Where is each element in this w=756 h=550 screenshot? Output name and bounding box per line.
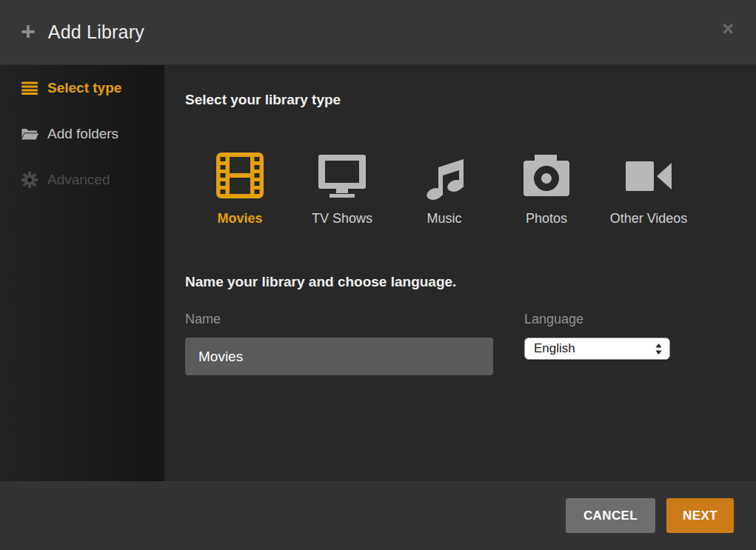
dialog-footer: CANCEL NEXT	[0, 481, 756, 550]
next-button[interactable]: NEXT	[666, 498, 734, 533]
dialog-header: + Add Library ×	[0, 0, 756, 65]
sidebar-item-label: Select type	[47, 80, 121, 96]
name-field-group: Name	[185, 310, 493, 375]
sidebar-item-select-type[interactable]: Select type	[0, 65, 164, 111]
library-type-other-videos[interactable]: Other Videos	[612, 150, 686, 227]
name-label: Name	[185, 310, 493, 328]
select-arrows-icon	[655, 343, 663, 355]
name-section-heading: Name your library and choose language.	[185, 272, 756, 291]
name-language-form: Name Language English	[185, 310, 756, 375]
language-field-group: Language English	[524, 310, 670, 375]
camera-icon	[523, 150, 570, 201]
sidebar-item-add-folders[interactable]: Add folders	[0, 111, 164, 157]
steps-sidebar: Select type Add folders	[0, 65, 164, 481]
library-name-input[interactable]	[185, 338, 493, 375]
add-library-dialog: + Add Library × Select type	[0, 0, 756, 550]
sidebar-item-label: Add folders	[47, 126, 118, 142]
language-select[interactable]: English	[524, 338, 670, 360]
music-note-icon	[421, 150, 468, 201]
close-icon[interactable]: ×	[722, 19, 734, 39]
sidebar-item-advanced[interactable]: Advanced	[0, 157, 164, 203]
library-type-music[interactable]: Music	[407, 150, 481, 227]
type-section-heading: Select your library type	[185, 90, 756, 109]
folder-open-icon	[21, 127, 39, 141]
library-type-label: Movies	[217, 211, 262, 227]
dialog-body: Select type Add folders	[0, 65, 756, 481]
library-type-photos[interactable]: Photos	[509, 150, 583, 227]
library-type-tv-shows[interactable]: TV Shows	[305, 150, 379, 227]
film-icon	[214, 150, 266, 201]
gear-icon	[21, 172, 39, 188]
library-type-label: Music	[426, 211, 461, 227]
library-type-label: Other Videos	[610, 211, 688, 227]
sidebar-item-label: Advanced	[47, 172, 110, 188]
list-icon	[21, 81, 39, 95]
language-label: Language	[524, 310, 670, 328]
library-type-label: TV Shows	[312, 211, 372, 227]
dialog-title: Add Library	[48, 21, 144, 43]
library-type-row: Movies TV Shows	[203, 150, 756, 227]
tv-icon	[317, 150, 367, 201]
cancel-button[interactable]: CANCEL	[566, 498, 655, 533]
language-selected-value: English	[534, 341, 655, 356]
library-type-label: Photos	[526, 211, 567, 227]
plus-icon: +	[21, 19, 36, 44]
main-panel: Select your library type	[164, 65, 756, 481]
video-camera-icon	[623, 150, 674, 201]
library-type-movies[interactable]: Movies	[203, 150, 277, 227]
